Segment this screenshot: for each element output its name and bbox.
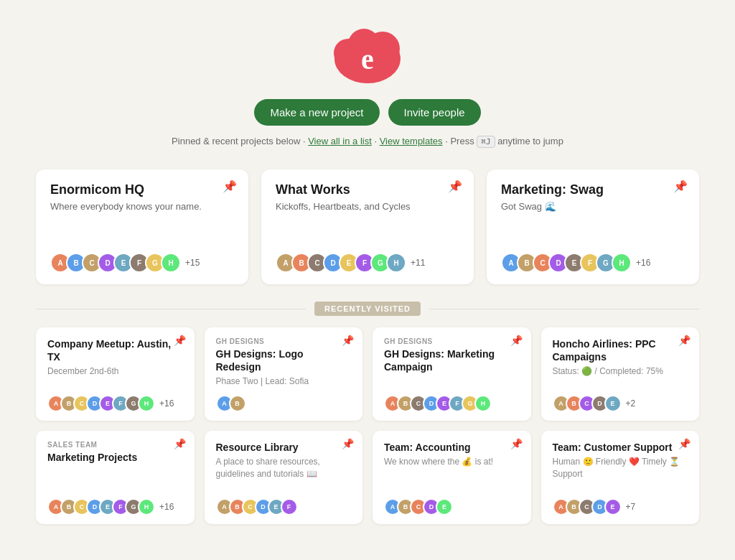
pinned-project-card[interactable]: 📌 Marketing: Swag Got Swag 🌊 ABCDEFGH +1… xyxy=(487,169,699,284)
pinned-projects-section: 📌 Enormicom HQ Where everybody knows you… xyxy=(0,169,735,284)
recent-card-title: Team: Customer Support xyxy=(553,441,688,454)
card-desc: Got Swag 🌊 xyxy=(501,201,685,240)
recent-card-title: Honcho Airlines: PPC Campaigns xyxy=(553,337,688,363)
pin-icon-sm: 📌 xyxy=(342,335,354,346)
make-project-button[interactable]: Make a new project xyxy=(254,99,379,126)
recent-card-desc xyxy=(384,375,520,388)
recently-visited-label: RECENTLY VISITED xyxy=(314,302,421,316)
pin-icon: 📌 xyxy=(673,179,688,193)
avatar-row: ABCDEFGH +15 xyxy=(50,253,234,273)
avatar-row: ABCDE xyxy=(384,491,520,515)
recent-card-title: Company Meetup: Austin, TX xyxy=(47,337,183,363)
pin-icon-sm: 📌 xyxy=(678,438,690,449)
avatar: H xyxy=(138,395,155,412)
svg-text:e: e xyxy=(361,43,374,75)
avatar-count: +15 xyxy=(185,258,200,268)
avatar: H xyxy=(612,253,632,273)
avatar-count: +16 xyxy=(159,398,174,409)
avatar: H xyxy=(138,498,155,515)
action-buttons: Make a new project Invite people xyxy=(254,99,480,126)
avatar-row: ABCDE +7 xyxy=(553,491,688,515)
recent-card-title: Team: Accounting xyxy=(384,441,520,454)
recent-card-title: Resource Library xyxy=(216,441,352,454)
card-title: Marketing: Swag xyxy=(501,182,685,197)
recent-card-desc: December 2nd-6th xyxy=(47,365,183,388)
keyboard-shortcut: ⌘J xyxy=(477,136,495,148)
avatar: H xyxy=(161,253,181,273)
separator1: · xyxy=(372,136,380,146)
press-text: · Press xyxy=(443,136,477,146)
avatar-row: ABCDE +2 xyxy=(553,388,688,412)
view-all-link[interactable]: View all in a list xyxy=(308,136,372,146)
pin-icon-sm: 📌 xyxy=(678,335,690,346)
recent-card-desc: Status: 🟢 / Completed: 75% xyxy=(553,365,688,388)
recent-project-card[interactable]: 📌 Team: Customer Support Human 🙂 Friendl… xyxy=(541,431,700,524)
recent-project-card[interactable]: 📌 Resource Library A place to share reso… xyxy=(205,431,363,524)
recent-card-desc: Phase Two | Lead: Sofia xyxy=(216,375,352,388)
pin-icon: 📌 xyxy=(223,179,237,193)
avatar: H xyxy=(386,253,406,273)
avatar-count: +11 xyxy=(411,258,425,268)
pin-icon-sm: 📌 xyxy=(510,335,523,346)
recent-card-title: Marketing Projects xyxy=(47,451,183,464)
pin-icon-sm: 📌 xyxy=(174,438,186,449)
avatar: B xyxy=(229,395,246,412)
recent-card-title: GH Designs: Logo Redesign xyxy=(216,347,352,373)
app-logo: e xyxy=(328,22,407,86)
avatar-row: ABCDEF xyxy=(216,491,352,515)
card-title: What Works xyxy=(276,182,459,197)
recent-project-card[interactable]: 📌 Company Meetup: Austin, TX December 2n… xyxy=(36,327,195,421)
card-desc: Kickoffs, Heartbeats, and Cycles xyxy=(276,201,459,240)
avatar: H xyxy=(474,395,492,412)
avatar: E xyxy=(604,395,622,412)
card-desc: Where everybody knows your name. xyxy=(50,201,234,240)
avatar: E xyxy=(604,498,622,515)
card-title: Enormicom HQ xyxy=(50,182,234,197)
recent-project-card[interactable]: 📌 Team: Accounting We know where the 💰 i… xyxy=(373,431,531,524)
subtitle-bar: Pinned & recent projects below · View al… xyxy=(172,136,563,148)
subtitle-text: Pinned & recent projects below · xyxy=(172,136,308,146)
pinned-project-card[interactable]: 📌 What Works Kickoffs, Heartbeats, and C… xyxy=(261,169,474,284)
recent-project-card[interactable]: 📌 Honcho Airlines: PPC Campaigns Status:… xyxy=(541,327,700,421)
recent-card-desc: Human 🙂 Friendly ❤️ Timely ⏳ Support xyxy=(553,456,688,491)
view-templates-link[interactable]: View templates xyxy=(380,136,443,146)
avatar-row: AB xyxy=(216,388,352,412)
recently-visited-divider: RECENTLY VISITED xyxy=(0,302,735,316)
avatar-row: ABCDEFGH +16 xyxy=(47,388,183,412)
pin-icon: 📌 xyxy=(448,179,462,193)
avatar-count: +7 xyxy=(626,502,636,512)
anytime-text: anytime to jump xyxy=(495,136,563,146)
avatar-row: ABCDEFGH xyxy=(384,388,520,412)
recent-project-card[interactable]: 📌 GH DESIGNS GH Designs: Marketing Campa… xyxy=(373,327,531,421)
recent-project-card[interactable]: 📌 SALES TEAM Marketing Projects ABCDEFGH… xyxy=(36,431,195,524)
header: e Make a new project Invite people Pinne… xyxy=(0,0,735,169)
recent-card-desc xyxy=(47,466,183,491)
avatar-row: ABCDEFGH +16 xyxy=(501,253,685,273)
card-meta: SALES TEAM xyxy=(47,441,183,449)
avatar-row: ABCDEFGH +11 xyxy=(276,253,459,273)
card-meta: GH DESIGNS xyxy=(384,337,520,345)
avatar: F xyxy=(281,498,298,515)
pin-icon-sm: 📌 xyxy=(510,438,523,449)
card-meta: GH DESIGNS xyxy=(216,337,352,345)
pinned-project-card[interactable]: 📌 Enormicom HQ Where everybody knows you… xyxy=(36,169,248,284)
avatar-count: +16 xyxy=(636,258,650,268)
recent-card-title: GH Designs: Marketing Campaign xyxy=(384,347,520,373)
avatar-count: +2 xyxy=(626,398,636,409)
recent-card-desc: A place to share resources, guidelines a… xyxy=(216,456,352,491)
pin-icon-sm: 📌 xyxy=(342,438,354,449)
avatar-row: ABCDEFGH +16 xyxy=(47,491,183,515)
avatar-count: +16 xyxy=(159,502,174,512)
avatar: E xyxy=(436,498,453,515)
recent-project-card[interactable]: 📌 GH DESIGNS GH Designs: Logo Redesign P… xyxy=(205,327,363,421)
recent-card-desc: We know where the 💰 is at! xyxy=(384,456,520,491)
invite-people-button[interactable]: Invite people xyxy=(388,99,481,126)
pin-icon-sm: 📌 xyxy=(174,335,186,346)
recent-projects-grid: 📌 Company Meetup: Austin, TX December 2n… xyxy=(0,327,735,524)
